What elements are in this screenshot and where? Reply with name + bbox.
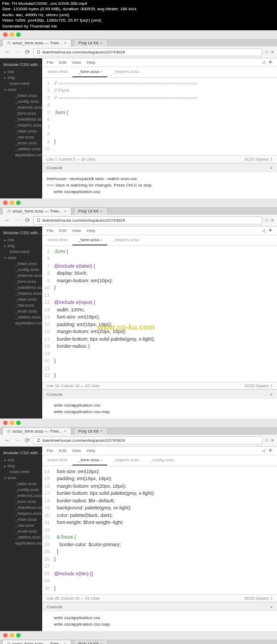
bookmark-icon[interactable]: ☆ — [265, 49, 269, 55]
file-item[interactable]: _reset.scss — [0, 140, 42, 146]
file-item[interactable]: _headlines.scss — [0, 284, 42, 290]
menu-edit[interactable]: Edit — [59, 228, 67, 233]
file-item[interactable]: _main.scss — [0, 128, 42, 134]
file-item[interactable]: _base.scss — [0, 92, 42, 98]
menu-icon[interactable]: ≡ — [271, 217, 274, 223]
minimize-icon[interactable] — [10, 421, 14, 425]
url-input[interactable]: 🗋 teamtreehouse.com/workspaces/1074392# — [33, 48, 262, 56]
file-item[interactable]: _reset.scss — [0, 308, 42, 314]
forward-icon[interactable]: → — [14, 217, 22, 223]
file-tab[interactable]: index.html — [42, 455, 72, 466]
preview-icon[interactable]: ◁ — [262, 228, 265, 233]
menu-help[interactable]: Help — [87, 228, 95, 233]
reload-icon[interactable]: ⟳ — [24, 49, 31, 56]
console-output[interactable]: treehouse:~/workspace$ sass --watch scss… — [42, 172, 277, 198]
back-icon[interactable]: ← — [3, 49, 11, 55]
file-tab[interactable]: _config.scss — [144, 455, 179, 466]
close-icon[interactable]: × — [100, 641, 103, 644]
menu-edit[interactable]: Edit — [59, 448, 67, 453]
code-editor[interactable]: 5 6 7 8 9 10 11 12 13 14 15 16 17 18 19 … — [42, 246, 277, 382]
file-item[interactable]: _form.scss — [0, 110, 42, 116]
menu-file[interactable]: File — [47, 448, 54, 453]
preview-icon[interactable]: ◁ — [262, 448, 265, 453]
folder-scss[interactable]: ▾scss — [0, 87, 42, 92]
url-input[interactable]: 🗋 teamtreehouse.com/workspaces/1074392# — [33, 216, 262, 224]
file-item[interactable]: _config.scss — [0, 267, 42, 273]
browser-tab-active[interactable]: ◎scss/_form.scss — Tree...× — [2, 207, 71, 215]
file-item[interactable]: _helpers.scss — [0, 122, 42, 128]
back-icon[interactable]: ← — [3, 217, 11, 223]
file-item[interactable]: application.scss — [0, 152, 42, 158]
file-item[interactable]: _nav.scss — [0, 302, 42, 308]
file-item[interactable]: _nav.scss — [0, 522, 42, 528]
reload-icon[interactable]: ⟳ — [24, 437, 31, 444]
close-icon[interactable]: × — [100, 209, 103, 214]
folder-img[interactable]: ▸img — [0, 75, 42, 81]
folder-scss[interactable]: ▾scss — [0, 255, 42, 261]
close-icon[interactable] — [3, 201, 8, 205]
browser-tab-active[interactable]: ◎scss/_form.scss — Tree...× — [2, 640, 71, 644]
file-item[interactable]: _utilities.scss — [0, 314, 42, 320]
maximize-icon[interactable] — [16, 201, 21, 205]
file-item[interactable]: application.scss — [0, 320, 42, 326]
minimize-icon[interactable] — [10, 633, 14, 638]
file-item[interactable]: index.html — [0, 469, 42, 475]
file-item[interactable]: index.html — [0, 81, 42, 87]
forward-icon[interactable]: → — [14, 49, 22, 55]
menu-view[interactable]: View — [72, 228, 81, 233]
minimize-icon[interactable] — [10, 32, 14, 37]
close-icon[interactable] — [3, 32, 8, 37]
console-output[interactable]: write css/application.css write css/appl… — [42, 612, 277, 631]
close-icon[interactable]: × — [270, 392, 273, 397]
bookmark-icon[interactable]: ☆ — [265, 217, 269, 223]
maximize-icon[interactable] — [16, 32, 21, 37]
browser-tab[interactable]: Poly UI Kit× — [74, 427, 108, 435]
eye-icon[interactable]: 👁 — [268, 228, 273, 233]
file-tab[interactable]: index.html — [42, 235, 72, 245]
menu-view[interactable]: View — [72, 60, 81, 65]
file-item[interactable]: _reset.scss — [0, 528, 42, 534]
file-item[interactable]: _form.scss — [0, 499, 42, 504]
browser-tab[interactable]: Poly UI Kit× — [74, 640, 108, 644]
forward-icon[interactable]: → — [14, 437, 22, 443]
file-item[interactable]: _base.scss — [0, 261, 42, 267]
file-item[interactable]: _headlines.scss — [0, 116, 42, 122]
file-tab[interactable]: index.html — [42, 67, 72, 77]
file-item[interactable]: _utilities.scss — [0, 146, 42, 152]
menu-help[interactable]: Help — [87, 448, 95, 453]
close-icon[interactable] — [3, 633, 8, 638]
menu-icon[interactable]: ≡ — [271, 437, 274, 443]
folder-css[interactable]: ▸css — [0, 237, 42, 243]
folder-img[interactable]: ▸img — [0, 243, 42, 249]
folder-img[interactable]: ▸img — [0, 463, 42, 469]
file-item[interactable]: index.html — [0, 249, 42, 255]
file-item[interactable]: _headlines.scss — [0, 504, 42, 510]
close-icon[interactable]: × — [100, 41, 103, 45]
file-item[interactable]: application.scss — [0, 540, 42, 546]
folder-scss[interactable]: ▾scss — [0, 475, 42, 481]
close-icon[interactable]: × — [270, 605, 273, 609]
file-item[interactable]: _main.scss — [0, 296, 42, 302]
file-tab[interactable]: _helpers.scss — [107, 455, 144, 466]
file-item[interactable]: _extends.scss — [0, 104, 42, 110]
code-editor[interactable]: 14 15 16 17 18 19 20 21 22 23 24 25 26 2… — [42, 466, 277, 595]
bookmark-icon[interactable]: ☆ — [265, 437, 269, 443]
menu-view[interactable]: View — [72, 448, 81, 453]
folder-css[interactable]: ▸css — [0, 457, 42, 463]
close-icon[interactable]: × — [100, 429, 103, 434]
file-tab-active[interactable]: _form.scss • — [72, 67, 107, 77]
folder-css[interactable]: ▸css — [0, 69, 42, 75]
browser-tab[interactable]: Poly UI Kit× — [74, 207, 108, 215]
file-item[interactable]: _main.scss — [0, 516, 42, 522]
menu-file[interactable]: File — [47, 228, 54, 233]
file-item[interactable]: _utilities.scss — [0, 534, 42, 540]
eye-icon[interactable]: 👁 — [268, 60, 273, 65]
maximize-icon[interactable] — [16, 421, 21, 425]
file-item[interactable]: _base.scss — [0, 481, 42, 487]
close-icon[interactable]: × — [64, 429, 67, 434]
file-item[interactable]: _extends.scss — [0, 493, 42, 499]
menu-file[interactable]: File — [47, 60, 54, 65]
browser-tab-active[interactable]: ◎ scss/_form.scss — Tree... × — [2, 39, 71, 47]
file-tab-active[interactable]: _form.scss • — [72, 235, 107, 245]
url-input[interactable]: 🗋 teamtreehouse.com/workspaces/1074392# — [33, 436, 262, 444]
